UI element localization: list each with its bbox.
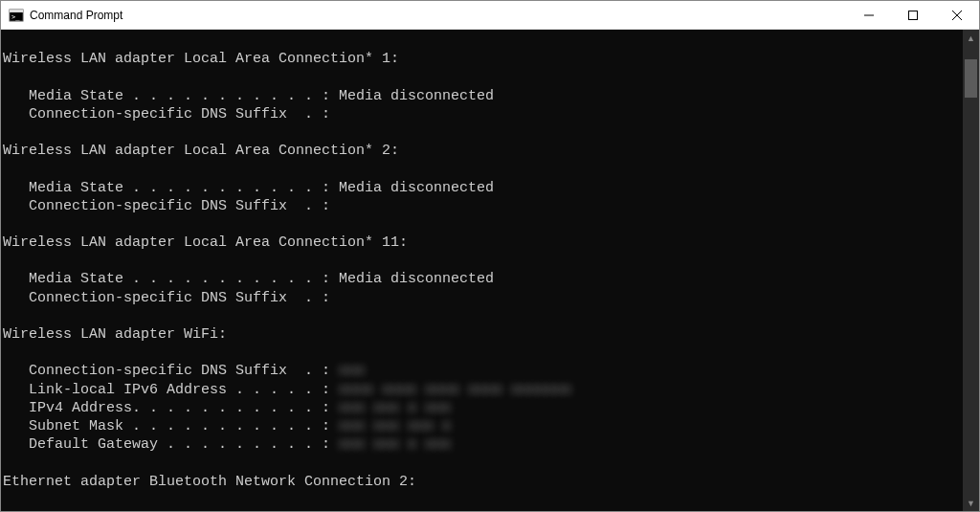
scroll-thumb[interactable] [965, 59, 977, 98]
window-title: Command Prompt [30, 9, 122, 22]
output-line: Subnet Mask . . . . . . . . . . . : [3, 418, 339, 434]
titlebar[interactable]: >_ Command Prompt [1, 1, 979, 30]
output-line: Media State . . . . . . . . . . . : [3, 88, 339, 104]
output-value: xxx [339, 363, 365, 379]
output-value: Media disconnected [339, 271, 494, 287]
svg-text:>_: >_ [11, 13, 20, 21]
adapter-header: Wireless LAN adapter WiFi: [3, 326, 227, 343]
output-line: Connection-specific DNS Suffix . : [3, 363, 339, 379]
output-line: IPv4 Address. . . . . . . . . . . : [3, 400, 339, 416]
svg-rect-4 [909, 11, 918, 19]
output-line: Link-local IPv6 Address . . . . . : [3, 382, 339, 398]
svg-rect-1 [10, 10, 23, 12]
scroll-track[interactable] [963, 46, 979, 495]
output-line: Connection-specific DNS Suffix . : [3, 106, 330, 122]
output-line: Media State . . . . . . . . . . . : [3, 271, 339, 287]
command-prompt-window: >_ Command Prompt Wireless LAN adapter L… [0, 0, 980, 512]
output-value: xxx xxx x xxx [339, 436, 451, 453]
adapter-header: Wireless LAN adapter Local Area Connecti… [3, 143, 399, 159]
maximize-button[interactable] [891, 1, 935, 30]
output-value: Media disconnected [339, 180, 494, 196]
output-line: Media State . . . . . . . . . . . : [3, 180, 339, 196]
close-button[interactable] [935, 1, 979, 30]
terminal-output[interactable]: Wireless LAN adapter Local Area Connecti… [1, 30, 963, 511]
output-value: xxxx xxxx xxxx xxxx xxxxxxx [339, 382, 571, 398]
adapter-header: Wireless LAN adapter Local Area Connecti… [3, 234, 408, 251]
adapter-header: Wireless LAN adapter Local Area Connecti… [3, 51, 399, 67]
output-line: Default Gateway . . . . . . . . . : [3, 436, 339, 453]
minimize-button[interactable] [847, 1, 891, 30]
app-icon: >_ [9, 8, 24, 23]
output-line: Connection-specific DNS Suffix . : [3, 290, 330, 306]
vertical-scrollbar[interactable]: ▲ ▼ [963, 30, 979, 511]
adapter-header: Ethernet adapter Bluetooth Network Conne… [3, 474, 416, 490]
output-value: xxx xxx x xxx [339, 400, 451, 416]
scroll-up-arrow[interactable]: ▲ [963, 30, 979, 46]
content-area: Wireless LAN adapter Local Area Connecti… [1, 30, 979, 511]
output-value: Media disconnected [339, 510, 494, 511]
output-line: Connection-specific DNS Suffix . : [3, 198, 330, 214]
scroll-down-arrow[interactable]: ▼ [963, 495, 979, 511]
output-value: Media disconnected [339, 88, 494, 104]
output-line: Media State . . . . . . . . . . . : [3, 510, 339, 511]
output-value: xxx xxx xxx x [339, 418, 451, 434]
